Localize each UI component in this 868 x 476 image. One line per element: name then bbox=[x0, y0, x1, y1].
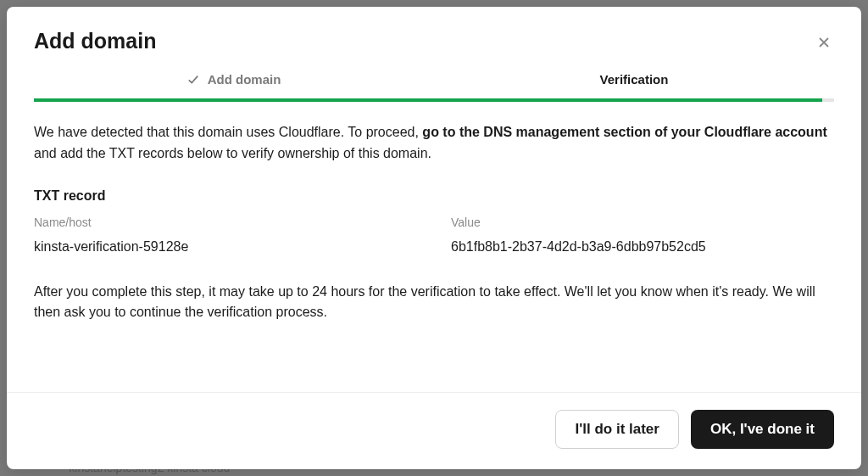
record-value-value: 6b1fb8b1-2b37-4d2d-b3a9-6dbb97b52cd5 bbox=[451, 239, 834, 255]
intro-prefix: We have detected that this domain uses C… bbox=[34, 125, 422, 139]
step-verification[interactable]: Verification bbox=[434, 72, 834, 98]
intro-text: We have detected that this domain uses C… bbox=[34, 122, 834, 165]
modal-footer: I'll do it later OK, I've done it bbox=[7, 392, 861, 469]
do-later-button[interactable]: I'll do it later bbox=[555, 410, 678, 449]
close-icon bbox=[817, 39, 831, 52]
intro-bold: go to the DNS management section of your… bbox=[422, 125, 826, 139]
modal-body: We have detected that this domain uses C… bbox=[7, 102, 861, 392]
step-label: Verification bbox=[600, 72, 669, 87]
stepper: Add domain Verification bbox=[7, 72, 861, 98]
close-button[interactable] bbox=[814, 32, 834, 55]
record-name-label: Name/host bbox=[34, 216, 417, 229]
modal-header: Add domain bbox=[7, 7, 861, 72]
record-name-value: kinsta-verification-59128e bbox=[34, 239, 417, 255]
ok-done-button[interactable]: OK, I've done it bbox=[691, 410, 834, 449]
step-add-domain[interactable]: Add domain bbox=[34, 72, 434, 98]
txt-record-row: Name/host kinsta-verification-59128e Val… bbox=[34, 216, 834, 255]
note-text: After you complete this step, it may tak… bbox=[34, 282, 834, 324]
step-label: Add domain bbox=[208, 72, 281, 87]
record-value-col: Value 6b1fb8b1-2b37-4d2d-b3a9-6dbb97b52c… bbox=[451, 216, 834, 255]
record-value-label: Value bbox=[451, 216, 834, 229]
record-name-col: Name/host kinsta-verification-59128e bbox=[34, 216, 417, 255]
intro-suffix: and add the TXT records below to verify … bbox=[34, 146, 431, 160]
txt-record-title: TXT record bbox=[34, 188, 834, 204]
modal-title: Add domain bbox=[34, 29, 156, 53]
check-icon bbox=[187, 74, 199, 86]
add-domain-modal: Add domain Add domain Verification bbox=[7, 7, 861, 469]
